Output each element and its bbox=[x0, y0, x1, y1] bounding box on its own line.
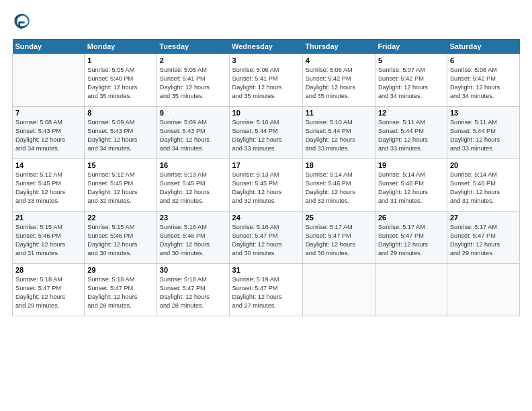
calendar-cell bbox=[302, 264, 375, 316]
day-detail: Sunrise: 5:10 AM Sunset: 5:44 PM Dayligh… bbox=[306, 118, 372, 153]
day-detail: Sunrise: 5:12 AM Sunset: 5:45 PM Dayligh… bbox=[15, 171, 81, 205]
day-detail: Sunrise: 5:13 AM Sunset: 5:45 PM Dayligh… bbox=[232, 171, 300, 205]
day-number: 6 bbox=[450, 56, 517, 64]
calendar-cell: 17Sunrise: 5:13 AM Sunset: 5:45 PM Dayli… bbox=[229, 159, 302, 212]
calendar-cell: 20Sunrise: 5:14 AM Sunset: 5:46 PM Dayli… bbox=[447, 159, 519, 212]
calendar-cell: 6Sunrise: 5:08 AM Sunset: 5:42 PM Daylig… bbox=[447, 54, 519, 107]
day-number: 26 bbox=[378, 214, 444, 222]
day-detail: Sunrise: 5:14 AM Sunset: 5:46 PM Dayligh… bbox=[378, 171, 444, 205]
day-detail: Sunrise: 5:05 AM Sunset: 5:40 PM Dayligh… bbox=[87, 66, 154, 101]
calendar-cell: 21Sunrise: 5:15 AM Sunset: 5:46 PM Dayli… bbox=[13, 212, 85, 264]
calendar-cell: 8Sunrise: 5:09 AM Sunset: 5:43 PM Daylig… bbox=[85, 107, 157, 159]
day-number: 9 bbox=[160, 109, 226, 117]
day-number: 5 bbox=[378, 56, 444, 64]
day-number: 23 bbox=[160, 214, 226, 222]
day-detail: Sunrise: 5:13 AM Sunset: 5:45 PM Dayligh… bbox=[160, 171, 226, 205]
day-number: 11 bbox=[306, 109, 372, 117]
calendar-cell: 10Sunrise: 5:10 AM Sunset: 5:44 PM Dayli… bbox=[229, 107, 302, 159]
calendar-cell: 7Sunrise: 5:08 AM Sunset: 5:43 PM Daylig… bbox=[13, 107, 85, 159]
calendar-cell: 28Sunrise: 5:18 AM Sunset: 5:47 PM Dayli… bbox=[13, 264, 85, 316]
day-number: 15 bbox=[87, 161, 154, 169]
calendar-cell bbox=[13, 54, 85, 107]
day-detail: Sunrise: 5:08 AM Sunset: 5:42 PM Dayligh… bbox=[450, 66, 517, 101]
page-container: SundayMondayTuesdayWednesdayThursdayFrid… bbox=[0, 0, 532, 323]
header-thursday: Thursday bbox=[302, 39, 375, 54]
calendar-cell: 3Sunrise: 5:06 AM Sunset: 5:41 PM Daylig… bbox=[229, 54, 302, 107]
day-number: 2 bbox=[160, 56, 226, 64]
day-detail: Sunrise: 5:18 AM Sunset: 5:47 PM Dayligh… bbox=[87, 275, 154, 310]
calendar-cell: 22Sunrise: 5:15 AM Sunset: 5:46 PM Dayli… bbox=[85, 212, 157, 264]
day-detail: Sunrise: 5:11 AM Sunset: 5:44 PM Dayligh… bbox=[378, 118, 444, 153]
day-number: 7 bbox=[15, 109, 81, 117]
day-detail: Sunrise: 5:14 AM Sunset: 5:46 PM Dayligh… bbox=[306, 171, 372, 205]
day-number: 3 bbox=[232, 56, 300, 64]
header-saturday: Saturday bbox=[447, 39, 519, 54]
day-detail: Sunrise: 5:05 AM Sunset: 5:41 PM Dayligh… bbox=[160, 66, 226, 101]
day-detail: Sunrise: 5:18 AM Sunset: 5:47 PM Dayligh… bbox=[15, 275, 81, 310]
calendar-cell: 23Sunrise: 5:16 AM Sunset: 5:46 PM Dayli… bbox=[157, 212, 229, 264]
calendar-week-2: 7Sunrise: 5:08 AM Sunset: 5:43 PM Daylig… bbox=[13, 107, 520, 159]
day-detail: Sunrise: 5:12 AM Sunset: 5:45 PM Dayligh… bbox=[87, 171, 154, 205]
calendar-cell: 16Sunrise: 5:13 AM Sunset: 5:45 PM Dayli… bbox=[157, 159, 229, 212]
day-number: 18 bbox=[306, 161, 372, 169]
calendar-week-5: 28Sunrise: 5:18 AM Sunset: 5:47 PM Dayli… bbox=[13, 264, 520, 316]
day-detail: Sunrise: 5:14 AM Sunset: 5:46 PM Dayligh… bbox=[450, 171, 517, 205]
day-number: 22 bbox=[87, 214, 154, 222]
logo-icon bbox=[12, 12, 31, 31]
day-detail: Sunrise: 5:06 AM Sunset: 5:42 PM Dayligh… bbox=[306, 66, 372, 101]
calendar-week-1: 1Sunrise: 5:05 AM Sunset: 5:40 PM Daylig… bbox=[13, 54, 520, 107]
day-detail: Sunrise: 5:06 AM Sunset: 5:41 PM Dayligh… bbox=[232, 66, 300, 101]
day-number: 31 bbox=[232, 266, 300, 274]
day-detail: Sunrise: 5:10 AM Sunset: 5:44 PM Dayligh… bbox=[232, 118, 300, 153]
calendar-cell: 25Sunrise: 5:17 AM Sunset: 5:47 PM Dayli… bbox=[302, 212, 375, 264]
calendar-cell: 2Sunrise: 5:05 AM Sunset: 5:41 PM Daylig… bbox=[157, 54, 229, 107]
calendar-cell: 4Sunrise: 5:06 AM Sunset: 5:42 PM Daylig… bbox=[302, 54, 375, 107]
day-detail: Sunrise: 5:15 AM Sunset: 5:46 PM Dayligh… bbox=[87, 223, 154, 258]
day-number: 17 bbox=[232, 161, 300, 169]
day-detail: Sunrise: 5:17 AM Sunset: 5:47 PM Dayligh… bbox=[306, 223, 372, 258]
calendar-cell: 14Sunrise: 5:12 AM Sunset: 5:45 PM Dayli… bbox=[13, 159, 85, 212]
day-detail: Sunrise: 5:15 AM Sunset: 5:46 PM Dayligh… bbox=[15, 223, 81, 258]
day-number: 30 bbox=[160, 266, 226, 274]
calendar-week-3: 14Sunrise: 5:12 AM Sunset: 5:45 PM Dayli… bbox=[13, 159, 520, 212]
calendar-cell bbox=[447, 264, 519, 316]
day-number: 14 bbox=[15, 161, 81, 169]
day-detail: Sunrise: 5:19 AM Sunset: 5:47 PM Dayligh… bbox=[232, 275, 300, 310]
header-wednesday: Wednesday bbox=[229, 39, 302, 54]
calendar-cell bbox=[375, 264, 447, 316]
header-sunday: Sunday bbox=[13, 39, 85, 54]
day-detail: Sunrise: 5:17 AM Sunset: 5:47 PM Dayligh… bbox=[450, 223, 517, 258]
calendar-cell: 5Sunrise: 5:07 AM Sunset: 5:42 PM Daylig… bbox=[375, 54, 447, 107]
day-number: 24 bbox=[232, 214, 300, 222]
calendar-cell: 18Sunrise: 5:14 AM Sunset: 5:46 PM Dayli… bbox=[302, 159, 375, 212]
day-number: 4 bbox=[306, 56, 372, 64]
day-number: 20 bbox=[450, 161, 517, 169]
calendar-cell: 24Sunrise: 5:16 AM Sunset: 5:47 PM Dayli… bbox=[229, 212, 302, 264]
day-number: 28 bbox=[15, 266, 81, 274]
calendar-cell: 26Sunrise: 5:17 AM Sunset: 5:47 PM Dayli… bbox=[375, 212, 447, 264]
header-friday: Friday bbox=[375, 39, 447, 54]
calendar-week-4: 21Sunrise: 5:15 AM Sunset: 5:46 PM Dayli… bbox=[13, 212, 520, 264]
day-detail: Sunrise: 5:09 AM Sunset: 5:43 PM Dayligh… bbox=[160, 118, 226, 153]
day-number: 13 bbox=[450, 109, 517, 117]
calendar-cell: 30Sunrise: 5:18 AM Sunset: 5:47 PM Dayli… bbox=[157, 264, 229, 316]
day-number: 21 bbox=[15, 214, 81, 222]
calendar-cell: 12Sunrise: 5:11 AM Sunset: 5:44 PM Dayli… bbox=[375, 107, 447, 159]
day-detail: Sunrise: 5:16 AM Sunset: 5:46 PM Dayligh… bbox=[160, 223, 226, 258]
day-number: 19 bbox=[378, 161, 444, 169]
day-number: 29 bbox=[87, 266, 154, 274]
day-detail: Sunrise: 5:09 AM Sunset: 5:43 PM Dayligh… bbox=[87, 118, 154, 153]
calendar-cell: 31Sunrise: 5:19 AM Sunset: 5:47 PM Dayli… bbox=[229, 264, 302, 316]
calendar-cell: 13Sunrise: 5:11 AM Sunset: 5:44 PM Dayli… bbox=[447, 107, 519, 159]
calendar-cell: 19Sunrise: 5:14 AM Sunset: 5:46 PM Dayli… bbox=[375, 159, 447, 212]
page-header bbox=[12, 12, 520, 31]
day-detail: Sunrise: 5:08 AM Sunset: 5:43 PM Dayligh… bbox=[15, 118, 81, 153]
day-number: 1 bbox=[87, 56, 154, 64]
calendar-header-row: SundayMondayTuesdayWednesdayThursdayFrid… bbox=[13, 39, 520, 54]
header-tuesday: Tuesday bbox=[157, 39, 229, 54]
day-detail: Sunrise: 5:16 AM Sunset: 5:47 PM Dayligh… bbox=[232, 223, 300, 258]
header-monday: Monday bbox=[85, 39, 157, 54]
calendar-cell: 1Sunrise: 5:05 AM Sunset: 5:40 PM Daylig… bbox=[85, 54, 157, 107]
day-detail: Sunrise: 5:18 AM Sunset: 5:47 PM Dayligh… bbox=[160, 275, 226, 310]
day-number: 27 bbox=[450, 214, 517, 222]
